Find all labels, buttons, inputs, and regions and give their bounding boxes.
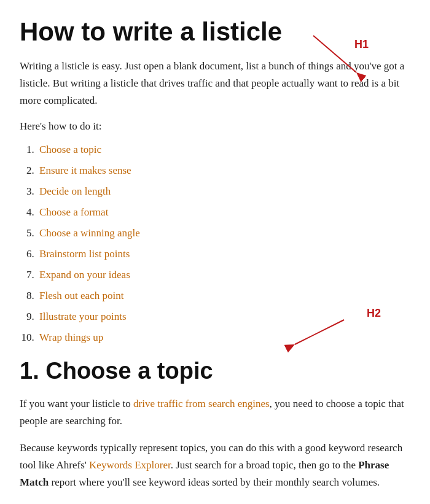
list-item: Choose a topic	[37, 141, 410, 159]
list-item: Decide on length	[37, 183, 410, 201]
list-item: Ensure it makes sense	[37, 162, 410, 180]
section-paragraph-2: Because keywords typically represent top…	[20, 440, 410, 491]
keywords-explorer-link[interactable]: Keywords Explorer	[89, 459, 171, 471]
list-item: Choose a winning angle	[37, 225, 410, 242]
drive-traffic-link[interactable]: drive traffic from search engines	[133, 398, 270, 409]
list-link-9[interactable]: Illustrate your points	[39, 311, 127, 322]
list-link-1[interactable]: Choose a topic	[39, 144, 101, 155]
list-link-5[interactable]: Choose a winning angle	[39, 227, 140, 239]
list-item: Choose a format	[37, 204, 410, 222]
section-heading: 1. Choose a topic	[20, 357, 410, 386]
section-para1-before: If you want your listicle to	[20, 398, 133, 409]
list-link-8[interactable]: Flesh out each point	[39, 290, 123, 301]
list-item: Brainstorm list points	[37, 246, 410, 263]
section-para2-after: . Just search for a broad topic, then go…	[171, 459, 358, 471]
list-link-2[interactable]: Ensure it makes sense	[39, 165, 131, 176]
list-link-7[interactable]: Expand on your ideas	[39, 269, 130, 281]
intro-paragraph: Writing a listicle is easy. Just open a …	[20, 58, 410, 109]
list-item: Illustrate your points	[37, 308, 410, 326]
list-item: Wrap things up	[37, 329, 410, 347]
list-item: Flesh out each point	[37, 287, 410, 305]
list-link-3[interactable]: Decide on length	[39, 185, 111, 197]
steps-list: Choose a topic Ensure it makes sense Dec…	[37, 141, 410, 346]
section-para2-end: report where you'll see keyword ideas so…	[49, 476, 380, 488]
list-link-6[interactable]: Brainstorm list points	[39, 248, 130, 260]
list-item: Expand on your ideas	[37, 266, 410, 284]
list-link-10[interactable]: Wrap things up	[39, 331, 103, 343]
list-link-4[interactable]: Choose a format	[39, 206, 108, 218]
page-title: How to write a listicle	[20, 17, 410, 47]
section-paragraph-1: If you want your listicle to drive traff…	[20, 395, 410, 430]
heres-how-text: Here's how to do it:	[20, 118, 410, 135]
